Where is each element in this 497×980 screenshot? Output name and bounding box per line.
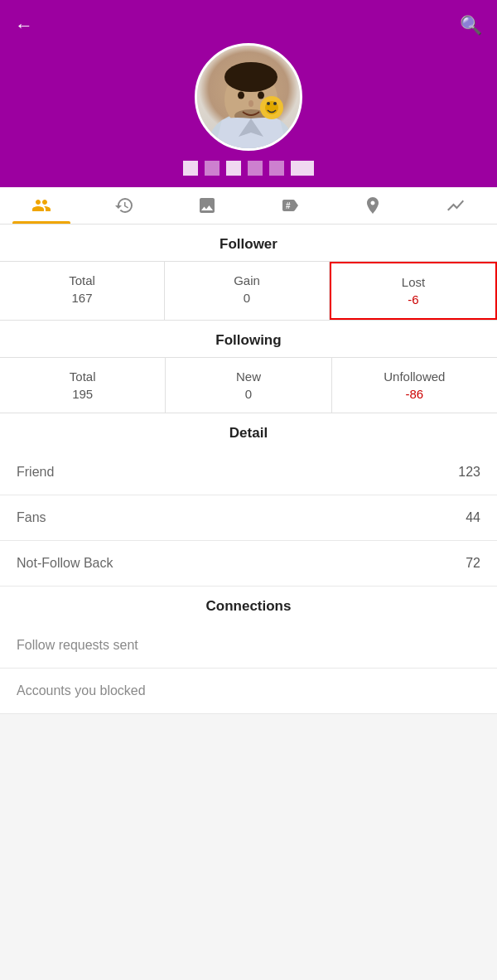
following-new-cell: New 0 bbox=[166, 358, 331, 413]
connections-follow-requests-label: Follow requests sent bbox=[17, 638, 138, 653]
following-section: Following Total 195 New 0 Unfollowed -86 bbox=[0, 321, 497, 413]
tab-location[interactable] bbox=[331, 196, 414, 224]
detail-section: Detail Friend 123 Fans 44 Not-Follow Bac… bbox=[0, 413, 497, 587]
connections-row-blocked-accounts[interactable]: Accounts you blocked bbox=[0, 669, 497, 714]
detail-row-fans[interactable]: Fans 44 bbox=[0, 495, 497, 541]
following-total-label: Total bbox=[7, 369, 158, 384]
connections-section: Connections Follow requests sent Account… bbox=[0, 587, 497, 714]
follower-section: Follower Total 167 Gain 0 Lost -6 bbox=[0, 224, 497, 321]
search-button[interactable]: 🔍 bbox=[460, 17, 482, 35]
connections-title: Connections bbox=[0, 587, 497, 623]
follower-total-cell: Total 167 bbox=[0, 262, 165, 320]
story-dot-6 bbox=[291, 161, 314, 176]
following-total-value: 195 bbox=[7, 387, 158, 401]
detail-row-not-follow-back[interactable]: Not-Follow Back 72 bbox=[0, 541, 497, 587]
detail-friend-label: Friend bbox=[17, 465, 54, 480]
follower-gain-label: Gain bbox=[171, 273, 322, 287]
tab-people[interactable] bbox=[0, 196, 83, 224]
follower-total-value: 167 bbox=[7, 291, 157, 305]
follower-lost-value: -6 bbox=[338, 292, 489, 307]
following-new-label: New bbox=[172, 369, 324, 384]
following-total-cell: Total 195 bbox=[0, 358, 166, 413]
nav-tabs: # bbox=[0, 187, 497, 224]
detail-title: Detail bbox=[0, 413, 497, 450]
detail-fans-label: Fans bbox=[17, 510, 46, 525]
story-dot-5 bbox=[269, 161, 284, 176]
following-unfollowed-value: -86 bbox=[339, 387, 490, 401]
avatar-image bbox=[197, 46, 300, 148]
tab-history[interactable] bbox=[83, 196, 166, 224]
follower-gain-value: 0 bbox=[171, 291, 322, 305]
detail-friend-value: 123 bbox=[458, 465, 480, 480]
tab-image[interactable] bbox=[166, 196, 248, 224]
detail-fans-value: 44 bbox=[466, 510, 480, 525]
connections-blocked-accounts-label: Accounts you blocked bbox=[17, 683, 146, 698]
svg-point-6 bbox=[248, 100, 253, 107]
back-button[interactable]: ← bbox=[15, 17, 33, 35]
follower-lost-cell: Lost -6 bbox=[330, 262, 497, 320]
tab-hashtag[interactable]: # bbox=[248, 196, 331, 224]
story-dot-3 bbox=[226, 161, 241, 176]
header-top-bar: ← 🔍 bbox=[0, 17, 497, 43]
svg-text:#: # bbox=[286, 201, 291, 210]
avatar bbox=[195, 43, 302, 151]
svg-point-11 bbox=[273, 102, 277, 105]
follower-lost-label: Lost bbox=[338, 275, 489, 289]
story-dot-2 bbox=[205, 161, 220, 176]
svg-point-3 bbox=[224, 62, 277, 92]
following-new-value: 0 bbox=[172, 387, 324, 401]
following-stats-grid: Total 195 New 0 Unfollowed -86 bbox=[0, 357, 497, 413]
follower-gain-cell: Gain 0 bbox=[165, 262, 330, 320]
content: Follower Total 167 Gain 0 Lost -6 Follow… bbox=[0, 224, 497, 714]
svg-point-10 bbox=[267, 102, 270, 105]
follower-title: Follower bbox=[0, 224, 497, 261]
detail-not-follow-back-label: Not-Follow Back bbox=[17, 556, 113, 571]
svg-point-5 bbox=[258, 92, 264, 99]
detail-row-friend[interactable]: Friend 123 bbox=[0, 450, 497, 495]
header: ← 🔍 bbox=[0, 0, 497, 187]
connections-row-follow-requests[interactable]: Follow requests sent bbox=[0, 623, 497, 669]
following-unfollowed-cell: Unfollowed -86 bbox=[332, 358, 497, 413]
detail-not-follow-back-value: 72 bbox=[466, 556, 480, 571]
story-dot-1 bbox=[183, 161, 198, 176]
following-title: Following bbox=[0, 321, 497, 357]
tab-trend[interactable] bbox=[414, 196, 497, 224]
following-unfollowed-label: Unfollowed bbox=[339, 369, 490, 384]
story-dots bbox=[183, 161, 314, 187]
story-dot-4 bbox=[248, 161, 263, 176]
follower-stats-grid: Total 167 Gain 0 Lost -6 bbox=[0, 261, 497, 321]
svg-point-4 bbox=[238, 92, 244, 99]
follower-total-label: Total bbox=[7, 273, 157, 287]
